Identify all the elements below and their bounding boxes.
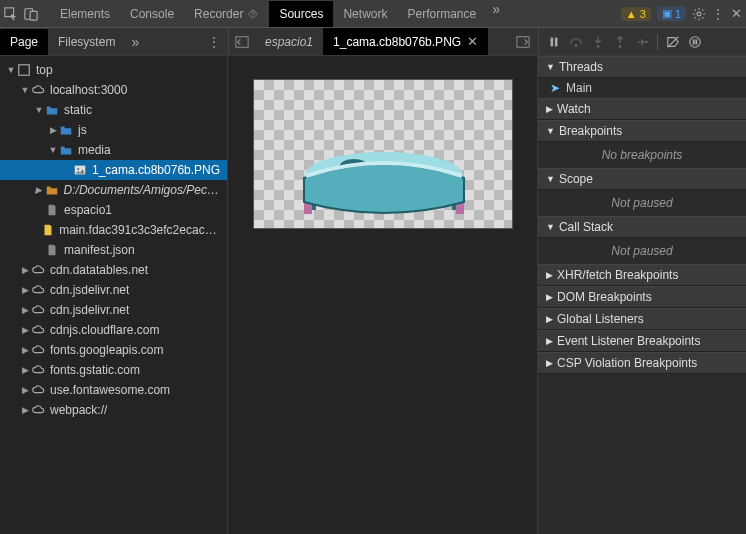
tree-disclosure-icon[interactable]: ▶ [20,325,30,335]
svg-point-13 [690,36,701,47]
section-event-listener-breakpoints[interactable]: ▶Event Listener Breakpoints [538,330,746,352]
warnings-badge[interactable]: ▲ 3 [621,7,651,21]
tree-item-label: D:/Documents/Amigos/Peche/ [64,183,221,197]
svg-line-12 [668,36,679,47]
tree-item[interactable]: ▼media [0,140,227,160]
section-xhr-breakpoints[interactable]: ▶XHR/fetch Breakpoints [538,264,746,286]
tree-disclosure-icon[interactable]: ▶ [20,385,30,395]
step-into-icon[interactable] [591,35,605,49]
file-tab-espacio1[interactable]: espacio1 [255,29,323,55]
tree-item[interactable]: ▶cdnjs.cloudflare.com [0,320,227,340]
section-csp-violation-breakpoints[interactable]: ▶CSP Violation Breakpoints [538,352,746,374]
cloud-icon [30,282,46,298]
tree-item[interactable]: ▶D:/Documents/Amigos/Peche/ [0,180,227,200]
tree-disclosure-icon[interactable]: ▶ [20,345,30,355]
messages-badge[interactable]: ▣ 1 [657,6,686,21]
show-navigator-icon[interactable] [229,35,255,49]
section-global-listeners[interactable]: ▶Global Listeners [538,308,746,330]
tree-disclosure-icon[interactable]: ▶ [48,125,58,135]
tree-item[interactable]: ▼static [0,100,227,120]
file-tab-image[interactable]: 1_cama.cb8b076b.PNG ✕ [323,28,488,55]
section-call-stack[interactable]: ▼Call Stack [538,216,746,238]
tree-item-label: 1_cama.cb8b076b.PNG [92,163,220,177]
tree-item[interactable]: ▼top [0,60,227,80]
svg-point-10 [619,45,622,48]
navigator-more-chevron-icon[interactable]: » [125,34,145,50]
chevron-down-icon: ▼ [546,62,555,72]
tab-console[interactable]: Console [120,1,184,27]
file-tree[interactable]: ▼top▼localhost:3000▼static▶js▼media1_cam… [0,56,228,534]
tree-item[interactable]: ▶webpack:// [0,400,227,420]
tree-item[interactable]: main.fdac391c3c3efc2ecac9.hot-update.js [0,220,227,240]
settings-gear-icon[interactable] [692,7,706,21]
panel-tabs: Elements Console Recorder⯑ Sources Netwo… [50,1,506,27]
chevron-right-icon: ▶ [546,336,553,346]
arrow-right-icon: ➤ [550,81,560,95]
inspect-element-icon[interactable] [4,7,18,21]
file-content-pane [228,56,538,534]
tree-disclosure-icon[interactable]: ▶ [20,405,30,415]
navigator-tab-filesystem[interactable]: Filesystem [48,29,125,55]
svg-rect-7 [555,37,558,46]
debugger-sidebar: ▼Threads ➤ Main ▶Watch ▼Breakpoints No b… [538,56,746,534]
deactivate-breakpoints-icon[interactable] [666,35,680,49]
step-out-icon[interactable] [613,35,627,49]
section-dom-breakpoints[interactable]: ▶DOM Breakpoints [538,286,746,308]
svg-rect-15 [695,39,697,44]
tree-item[interactable]: espacio1 [0,200,227,220]
tab-recorder[interactable]: Recorder⯑ [184,1,269,27]
tree-item[interactable]: 1_cama.cb8b076b.PNG [0,160,227,180]
tree-item-label: cdn.jsdelivr.net [50,303,129,317]
pause-icon[interactable] [547,35,561,49]
svg-rect-2 [30,11,37,20]
cloud-icon [30,402,46,418]
tree-disclosure-icon[interactable]: ▶ [20,305,30,315]
tree-disclosure-icon[interactable]: ▶ [20,365,30,375]
device-toolbar-icon[interactable] [24,7,38,21]
svg-point-18 [77,168,79,170]
navigator-kebab-icon[interactable]: ⋮ [208,35,228,49]
pause-on-exceptions-icon[interactable] [688,35,702,49]
tree-disclosure-icon[interactable]: ▼ [6,65,16,75]
tree-item-label: js [78,123,87,137]
tree-disclosure-icon[interactable]: ▼ [34,105,44,115]
chevron-down-icon: ▼ [546,174,555,184]
close-file-tab-icon[interactable]: ✕ [467,34,478,49]
tree-item[interactable]: ▶cdn.datatables.net [0,260,227,280]
kebab-menu-icon[interactable]: ⋮ [712,7,725,21]
tree-item-label: media [78,143,111,157]
step-over-icon[interactable] [569,35,583,49]
tree-item[interactable]: ▶fonts.gstatic.com [0,360,227,380]
tab-elements[interactable]: Elements [50,1,120,27]
section-breakpoints[interactable]: ▼Breakpoints [538,120,746,142]
show-debugger-icon[interactable] [508,35,538,49]
thread-main[interactable]: ➤ Main [538,78,746,98]
tree-item[interactable]: ▶cdn.jsdelivr.net [0,300,227,320]
section-watch[interactable]: ▶Watch [538,98,746,120]
tree-disclosure-icon[interactable]: ▶ [20,265,30,275]
tree-disclosure-icon[interactable]: ▼ [48,145,58,155]
section-threads[interactable]: ▼Threads [538,56,746,78]
tree-item[interactable]: ▶cdn.jsdelivr.net [0,280,227,300]
tab-performance[interactable]: Performance [397,1,486,27]
more-tabs-chevron-icon[interactable]: » [486,1,506,27]
tree-item[interactable]: ▶fonts.googleapis.com [0,340,227,360]
tab-network[interactable]: Network [333,1,397,27]
navigator-tab-page[interactable]: Page [0,29,48,55]
tree-item-label: fonts.gstatic.com [50,363,140,377]
step-icon[interactable] [635,35,649,49]
navigator-pane-tabs: Page Filesystem » ⋮ [0,28,228,55]
tree-disclosure-icon[interactable]: ▶ [20,285,30,295]
cloud-icon [30,362,46,378]
section-scope[interactable]: ▼Scope [538,168,746,190]
tree-item[interactable]: ▼localhost:3000 [0,80,227,100]
tree-disclosure-icon[interactable]: ▼ [20,85,30,95]
tree-disclosure-icon[interactable]: ▶ [34,185,44,195]
tree-item-label: manifest.json [64,243,135,257]
tree-item[interactable]: manifest.json [0,240,227,260]
tab-sources[interactable]: Sources [269,1,333,27]
close-devtools-icon[interactable]: ✕ [731,6,742,21]
tree-item[interactable]: ▶js [0,120,227,140]
folder-icon [58,142,74,158]
tree-item[interactable]: ▶use.fontawesome.com [0,380,227,400]
